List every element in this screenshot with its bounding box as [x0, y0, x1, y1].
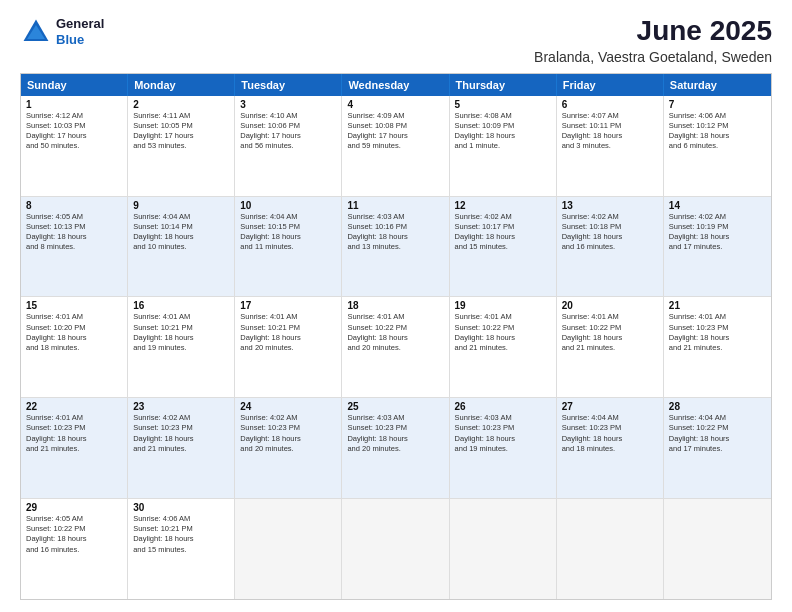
day-cell-30: 30Sunrise: 4:06 AM Sunset: 10:21 PM Dayl… — [128, 499, 235, 599]
day-number: 21 — [669, 300, 766, 311]
cell-info: Sunrise: 4:12 AM Sunset: 10:03 PM Daylig… — [26, 111, 122, 152]
calendar-body: 1Sunrise: 4:12 AM Sunset: 10:03 PM Dayli… — [21, 96, 771, 599]
day-cell-6: 6Sunrise: 4:07 AM Sunset: 10:11 PM Dayli… — [557, 96, 664, 196]
day-number: 20 — [562, 300, 658, 311]
cell-info: Sunrise: 4:09 AM Sunset: 10:08 PM Daylig… — [347, 111, 443, 152]
day-number: 27 — [562, 401, 658, 412]
cell-info: Sunrise: 4:01 AM Sunset: 10:23 PM Daylig… — [26, 413, 122, 454]
day-number: 6 — [562, 99, 658, 110]
day-cell-26: 26Sunrise: 4:03 AM Sunset: 10:23 PM Dayl… — [450, 398, 557, 498]
header: General Blue June 2025 Bralanda, Vaestra… — [20, 16, 772, 65]
cell-info: Sunrise: 4:05 AM Sunset: 10:13 PM Daylig… — [26, 212, 122, 253]
day-cell-22: 22Sunrise: 4:01 AM Sunset: 10:23 PM Dayl… — [21, 398, 128, 498]
day-number: 19 — [455, 300, 551, 311]
calendar: Sunday Monday Tuesday Wednesday Thursday… — [20, 73, 772, 600]
cell-info: Sunrise: 4:07 AM Sunset: 10:11 PM Daylig… — [562, 111, 658, 152]
cell-info: Sunrise: 4:04 AM Sunset: 10:15 PM Daylig… — [240, 212, 336, 253]
cell-info: Sunrise: 4:02 AM Sunset: 10:23 PM Daylig… — [240, 413, 336, 454]
day-number: 3 — [240, 99, 336, 110]
day-cell-28: 28Sunrise: 4:04 AM Sunset: 10:22 PM Dayl… — [664, 398, 771, 498]
logo-line1: General — [56, 16, 104, 32]
cell-info: Sunrise: 4:06 AM Sunset: 10:12 PM Daylig… — [669, 111, 766, 152]
title-block: June 2025 Bralanda, Vaestra Goetaland, S… — [534, 16, 772, 65]
day-cell-3: 3Sunrise: 4:10 AM Sunset: 10:06 PM Dayli… — [235, 96, 342, 196]
cell-info: Sunrise: 4:08 AM Sunset: 10:09 PM Daylig… — [455, 111, 551, 152]
day-number: 4 — [347, 99, 443, 110]
calendar-row-2: 8Sunrise: 4:05 AM Sunset: 10:13 PM Dayli… — [21, 196, 771, 297]
cell-info: Sunrise: 4:01 AM Sunset: 10:23 PM Daylig… — [669, 312, 766, 353]
day-number: 26 — [455, 401, 551, 412]
day-cell-29: 29Sunrise: 4:05 AM Sunset: 10:22 PM Dayl… — [21, 499, 128, 599]
day-number: 9 — [133, 200, 229, 211]
cell-info: Sunrise: 4:04 AM Sunset: 10:14 PM Daylig… — [133, 212, 229, 253]
day-number: 13 — [562, 200, 658, 211]
day-number: 28 — [669, 401, 766, 412]
day-number: 30 — [133, 502, 229, 513]
day-number: 29 — [26, 502, 122, 513]
cell-info: Sunrise: 4:02 AM Sunset: 10:23 PM Daylig… — [133, 413, 229, 454]
cell-info: Sunrise: 4:02 AM Sunset: 10:19 PM Daylig… — [669, 212, 766, 253]
day-cell-19: 19Sunrise: 4:01 AM Sunset: 10:22 PM Dayl… — [450, 297, 557, 397]
day-cell-2: 2Sunrise: 4:11 AM Sunset: 10:05 PM Dayli… — [128, 96, 235, 196]
cell-info: Sunrise: 4:04 AM Sunset: 10:22 PM Daylig… — [669, 413, 766, 454]
day-cell-17: 17Sunrise: 4:01 AM Sunset: 10:21 PM Dayl… — [235, 297, 342, 397]
day-number: 25 — [347, 401, 443, 412]
day-number: 1 — [26, 99, 122, 110]
day-number: 24 — [240, 401, 336, 412]
calendar-row-4: 22Sunrise: 4:01 AM Sunset: 10:23 PM Dayl… — [21, 397, 771, 498]
header-saturday: Saturday — [664, 74, 771, 96]
page: General Blue June 2025 Bralanda, Vaestra… — [0, 0, 792, 612]
calendar-row-5: 29Sunrise: 4:05 AM Sunset: 10:22 PM Dayl… — [21, 498, 771, 599]
day-cell-13: 13Sunrise: 4:02 AM Sunset: 10:18 PM Dayl… — [557, 197, 664, 297]
empty-cell — [342, 499, 449, 599]
cell-info: Sunrise: 4:10 AM Sunset: 10:06 PM Daylig… — [240, 111, 336, 152]
cell-info: Sunrise: 4:05 AM Sunset: 10:22 PM Daylig… — [26, 514, 122, 555]
day-cell-18: 18Sunrise: 4:01 AM Sunset: 10:22 PM Dayl… — [342, 297, 449, 397]
empty-cell — [450, 499, 557, 599]
day-cell-11: 11Sunrise: 4:03 AM Sunset: 10:16 PM Dayl… — [342, 197, 449, 297]
cell-info: Sunrise: 4:06 AM Sunset: 10:21 PM Daylig… — [133, 514, 229, 555]
cell-info: Sunrise: 4:11 AM Sunset: 10:05 PM Daylig… — [133, 111, 229, 152]
day-cell-24: 24Sunrise: 4:02 AM Sunset: 10:23 PM Dayl… — [235, 398, 342, 498]
header-wednesday: Wednesday — [342, 74, 449, 96]
day-number: 2 — [133, 99, 229, 110]
cell-info: Sunrise: 4:03 AM Sunset: 10:23 PM Daylig… — [347, 413, 443, 454]
header-tuesday: Tuesday — [235, 74, 342, 96]
header-friday: Friday — [557, 74, 664, 96]
header-sunday: Sunday — [21, 74, 128, 96]
day-cell-9: 9Sunrise: 4:04 AM Sunset: 10:14 PM Dayli… — [128, 197, 235, 297]
day-number: 7 — [669, 99, 766, 110]
logo: General Blue — [20, 16, 104, 48]
cell-info: Sunrise: 4:01 AM Sunset: 10:22 PM Daylig… — [347, 312, 443, 353]
location-title: Bralanda, Vaestra Goetaland, Sweden — [534, 49, 772, 65]
header-monday: Monday — [128, 74, 235, 96]
header-thursday: Thursday — [450, 74, 557, 96]
cell-info: Sunrise: 4:01 AM Sunset: 10:21 PM Daylig… — [240, 312, 336, 353]
day-cell-14: 14Sunrise: 4:02 AM Sunset: 10:19 PM Dayl… — [664, 197, 771, 297]
cell-info: Sunrise: 4:01 AM Sunset: 10:21 PM Daylig… — [133, 312, 229, 353]
month-title: June 2025 — [534, 16, 772, 47]
day-number: 18 — [347, 300, 443, 311]
calendar-row-1: 1Sunrise: 4:12 AM Sunset: 10:03 PM Dayli… — [21, 96, 771, 196]
day-number: 23 — [133, 401, 229, 412]
day-cell-27: 27Sunrise: 4:04 AM Sunset: 10:23 PM Dayl… — [557, 398, 664, 498]
cell-info: Sunrise: 4:01 AM Sunset: 10:22 PM Daylig… — [562, 312, 658, 353]
day-cell-25: 25Sunrise: 4:03 AM Sunset: 10:23 PM Dayl… — [342, 398, 449, 498]
day-number: 10 — [240, 200, 336, 211]
calendar-row-3: 15Sunrise: 4:01 AM Sunset: 10:20 PM Dayl… — [21, 296, 771, 397]
day-cell-5: 5Sunrise: 4:08 AM Sunset: 10:09 PM Dayli… — [450, 96, 557, 196]
day-cell-21: 21Sunrise: 4:01 AM Sunset: 10:23 PM Dayl… — [664, 297, 771, 397]
day-cell-16: 16Sunrise: 4:01 AM Sunset: 10:21 PM Dayl… — [128, 297, 235, 397]
empty-cell — [664, 499, 771, 599]
day-number: 17 — [240, 300, 336, 311]
day-number: 12 — [455, 200, 551, 211]
day-number: 14 — [669, 200, 766, 211]
day-number: 16 — [133, 300, 229, 311]
day-cell-4: 4Sunrise: 4:09 AM Sunset: 10:08 PM Dayli… — [342, 96, 449, 196]
empty-cell — [557, 499, 664, 599]
logo-icon — [20, 16, 52, 48]
day-cell-23: 23Sunrise: 4:02 AM Sunset: 10:23 PM Dayl… — [128, 398, 235, 498]
day-number: 22 — [26, 401, 122, 412]
cell-info: Sunrise: 4:02 AM Sunset: 10:17 PM Daylig… — [455, 212, 551, 253]
cell-info: Sunrise: 4:01 AM Sunset: 10:22 PM Daylig… — [455, 312, 551, 353]
